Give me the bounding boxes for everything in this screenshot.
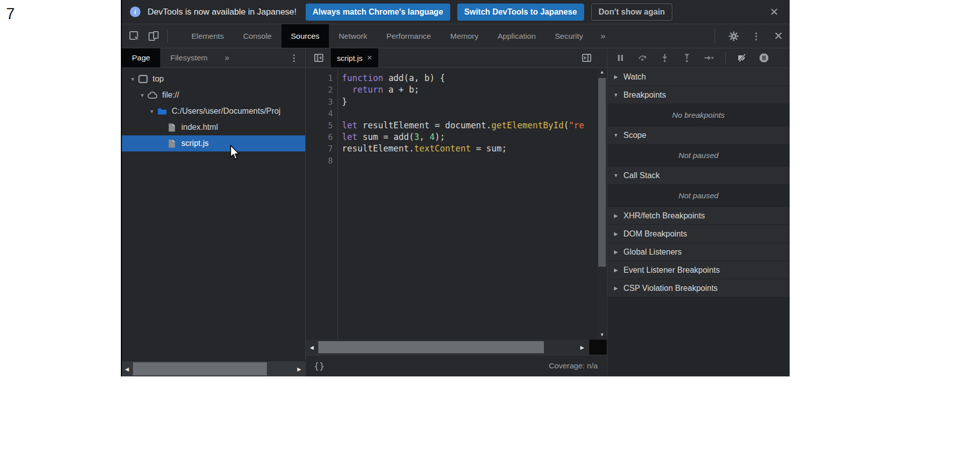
code-editor[interactable]: 12345678 function add(a, b) { return a +…	[306, 68, 597, 340]
tab-console[interactable]: Console	[234, 24, 282, 48]
tab-elements[interactable]: Elements	[182, 24, 234, 48]
section-collapsed-icon[interactable]: ▶	[612, 213, 620, 218]
tree-expand-icon[interactable]: ▼	[147, 109, 157, 114]
step-out-icon[interactable]	[682, 53, 692, 63]
token-plain: add(a, b) {	[383, 73, 445, 83]
section-xhr-fetch-breakpoints[interactable]: ▶XHR/fetch Breakpoints	[607, 207, 790, 225]
navigator-scrollbar-thumb[interactable]	[133, 362, 267, 375]
section-collapsed-icon[interactable]: ▶	[612, 249, 620, 255]
device-toolbar-icon[interactable]	[147, 30, 160, 43]
scroll-right-icon[interactable]: ▶	[294, 361, 304, 376]
match-language-button[interactable]: Always match Chrome's language	[306, 4, 450, 21]
pretty-print-icon[interactable]: {}	[306, 361, 333, 371]
scroll-left-icon[interactable]: ◀	[307, 340, 317, 355]
scroll-down-icon[interactable]: ▼	[597, 332, 607, 337]
section-label: Breakpoints	[623, 91, 666, 100]
navigator-tab-filesystem[interactable]: Filesystem	[160, 48, 218, 67]
cloud-icon	[147, 90, 158, 100]
debugger-sections: ▶Watch▼BreakpointsNo breakpoints▼ScopeNo…	[607, 68, 790, 297]
more-tabs-icon[interactable]: »	[593, 31, 613, 41]
section-collapsed-icon[interactable]: ▶	[612, 285, 620, 291]
tree-item-index-html[interactable]: index.html	[122, 119, 305, 135]
section-collapsed-icon[interactable]: ▶	[612, 74, 620, 80]
section-scope[interactable]: ▼Scope	[607, 126, 790, 144]
step-icon[interactable]	[704, 53, 714, 63]
step-over-icon[interactable]	[638, 53, 648, 63]
section-expanded-icon[interactable]: ▼	[612, 92, 620, 98]
tab-performance[interactable]: Performance	[377, 24, 441, 48]
line-number[interactable]: 1	[306, 72, 337, 84]
main-toolbar: ElementsConsoleSourcesNetworkPerformance…	[122, 24, 790, 48]
navigator-menu-kebab-icon[interactable]: ⋮	[283, 48, 305, 67]
section-collapsed-icon[interactable]: ▶	[612, 267, 620, 273]
tree-expand-icon[interactable]: ▼	[128, 76, 137, 82]
tab-application[interactable]: Application	[488, 24, 545, 48]
line-number[interactable]: 4	[306, 108, 337, 119]
toolbar-right-controls: ⋮ ✕	[708, 24, 790, 48]
line-number[interactable]: 7	[306, 143, 337, 154]
dont-show-again-button[interactable]: Don't show again	[591, 4, 673, 21]
toggle-navigator-panel-icon[interactable]	[313, 48, 325, 67]
scroll-up-icon[interactable]: ▲	[597, 69, 607, 74]
section-expanded-icon[interactable]: ▼	[612, 173, 620, 178]
line-number[interactable]: 3	[306, 96, 337, 108]
tree-item-file-[interactable]: ▼file://	[122, 87, 305, 103]
tree-item-c-users-user-documents-proj[interactable]: ▼C:/Users/user/Documents/Proj	[122, 103, 305, 119]
inspect-element-icon[interactable]	[128, 30, 141, 43]
line-number[interactable]: 5	[306, 120, 337, 131]
section-placeholder-text: Not paused	[607, 144, 790, 167]
token-plain: }	[342, 97, 347, 107]
scroll-left-icon[interactable]: ◀	[122, 366, 132, 372]
section-watch[interactable]: ▶Watch	[607, 68, 790, 86]
tab-memory[interactable]: Memory	[441, 24, 488, 48]
scroll-right-icon[interactable]: ▶	[577, 340, 587, 355]
token-keyword: let	[342, 120, 358, 130]
pause-on-exceptions-icon[interactable]	[759, 53, 769, 63]
section-label: DOM Breakpoints	[623, 229, 687, 239]
editor-tab-scriptjs[interactable]: script.js ×	[331, 48, 378, 67]
folder-icon	[157, 106, 168, 116]
deactivate-breakpoints-icon[interactable]	[737, 53, 747, 63]
line-number[interactable]: 8	[306, 155, 337, 167]
tree-expand-icon[interactable]: ▼	[137, 93, 147, 98]
editor-tab-close-icon[interactable]: ×	[367, 53, 372, 63]
file-icon	[166, 122, 177, 132]
tab-network[interactable]: Network	[329, 24, 377, 48]
navigator-tab-page[interactable]: Page	[122, 48, 160, 67]
tree-item-label: script.js	[181, 139, 208, 148]
section-breakpoints[interactable]: ▼Breakpoints	[607, 86, 790, 104]
settings-gear-icon[interactable]	[722, 31, 745, 41]
editor-hscrollbar-thumb[interactable]	[318, 341, 544, 353]
language-banner: i DevTools is now available in Japanese!…	[122, 0, 790, 24]
sources-panel: Page Filesystem » ⋮ ▼top▼file://▼C:/User…	[122, 48, 790, 376]
tab-security[interactable]: Security	[545, 24, 593, 48]
section-expanded-icon[interactable]: ▼	[612, 132, 620, 138]
section-call-stack[interactable]: ▼Call Stack	[607, 167, 790, 185]
tab-sources[interactable]: Sources	[282, 24, 329, 48]
devtools-menu-kebab-icon[interactable]: ⋮	[745, 31, 767, 42]
section-event-listener-breakpoints[interactable]: ▶Event Listener Breakpoints	[607, 261, 790, 279]
tree-item-script-js[interactable]: script.js	[122, 135, 305, 151]
step-into-icon[interactable]	[660, 53, 670, 63]
section-csp-violation-breakpoints[interactable]: ▶CSP Violation Breakpoints	[607, 279, 790, 297]
editor-horizontal-scrollbar[interactable]: ◀ ▶	[306, 340, 589, 355]
section-label: XHR/fetch Breakpoints	[623, 211, 705, 220]
switch-japanese-button[interactable]: Switch DevTools to Japanese	[457, 4, 584, 21]
banner-close-icon[interactable]: ✕	[766, 6, 782, 18]
navigator-more-tabs-icon[interactable]: »	[218, 48, 236, 67]
toolbar-separator	[167, 30, 168, 43]
section-label: Global Listeners	[623, 248, 682, 257]
devtools-close-icon[interactable]: ✕	[767, 30, 790, 43]
section-global-listeners[interactable]: ▶Global Listeners	[607, 243, 790, 261]
pause-icon[interactable]	[615, 53, 625, 63]
token-plain: resultElement = document.	[358, 120, 492, 130]
editor-vertical-scrollbar[interactable]: ▲ ▼	[597, 68, 607, 340]
section-collapsed-icon[interactable]: ▶	[612, 231, 620, 237]
line-number[interactable]: 6	[306, 131, 337, 143]
toggle-debugger-panel-icon[interactable]	[581, 48, 593, 67]
navigator-horizontal-scrollbar[interactable]: ◀ ▶	[122, 361, 305, 376]
editor-vscrollbar-thumb[interactable]	[598, 78, 606, 267]
section-dom-breakpoints[interactable]: ▶DOM Breakpoints	[607, 225, 790, 243]
line-number[interactable]: 2	[306, 84, 337, 96]
tree-item-top[interactable]: ▼top	[122, 71, 305, 87]
